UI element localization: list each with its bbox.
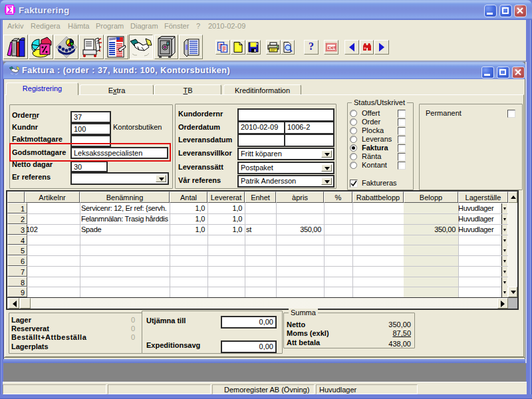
svg-text:EXIT: EXIT xyxy=(328,46,336,50)
